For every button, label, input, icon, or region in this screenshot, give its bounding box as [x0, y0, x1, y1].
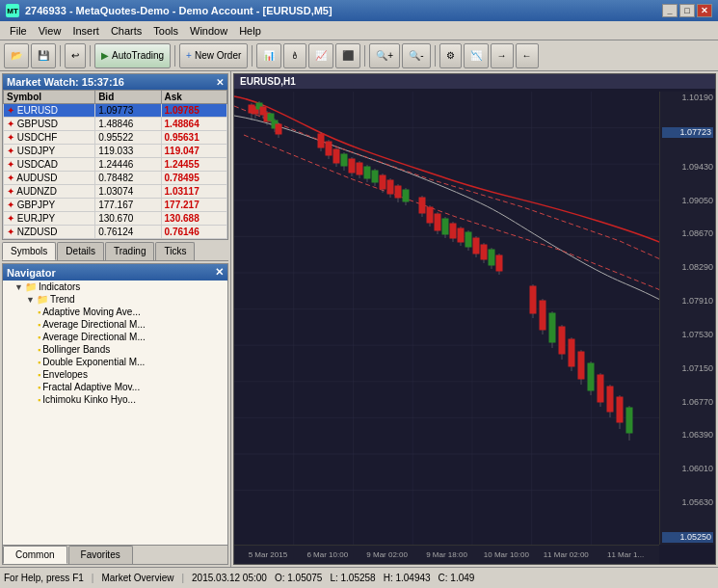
status-datetime: 2015.03.12 05:00	[192, 573, 267, 583]
nav-indicator-item[interactable]: ▪Bollinger Bands	[3, 343, 227, 356]
market-watch-row[interactable]: ✦ AUDNZD 1.03074 1.03117	[4, 185, 227, 199]
nav-indicator-item[interactable]: ▪Average Directional M...	[3, 318, 227, 331]
price-10: 1.06390	[662, 431, 713, 440]
properties-button[interactable]: ⚙	[439, 43, 462, 68]
scroll-right-button[interactable]: →	[491, 43, 514, 68]
menu-insert[interactable]: Insert	[66, 23, 105, 39]
chart-symbol: EURUSD,H1	[240, 76, 296, 87]
symbol-icon: ✦	[7, 119, 14, 129]
market-watch-row[interactable]: ✦ GBPUSD 1.48846 1.48864	[4, 118, 227, 131]
menu-charts[interactable]: Charts	[105, 23, 147, 39]
bid-cell: 0.95522	[95, 131, 161, 145]
toolbar: 📂 💾 ↩ ▶ AutoTrading + New Order 📊 🕯 📈 ⬛ …	[0, 40, 718, 71]
nav-indicator-item[interactable]: ▪Fractal Adaptive Mov...	[3, 381, 227, 393]
zoom-objects-button[interactable]: ⬛	[335, 43, 360, 68]
nav-indicator-item[interactable]: ▪Adaptive Moving Ave...	[3, 306, 227, 318]
ask-cell: 0.78495	[161, 172, 226, 185]
nav-indicators[interactable]: ▼ 📁 Indicators	[3, 281, 227, 293]
nav-tab-favorites[interactable]: Favorites	[68, 546, 133, 564]
price-12: 1.05630	[662, 498, 713, 507]
menu-tools[interactable]: Tools	[147, 23, 184, 39]
undo-button[interactable]: ↩	[65, 43, 86, 68]
menu-file[interactable]: File	[4, 23, 33, 39]
bid-cell: 0.76124	[95, 226, 161, 239]
indicator-label: Bollinger Bands	[42, 344, 110, 355]
toolbar-sep-6	[435, 45, 436, 67]
price-11: 1.06010	[662, 465, 713, 473]
navigator-tabs: Common Favorites	[3, 545, 227, 564]
chart-bar-button[interactable]: 📊	[256, 43, 281, 68]
main-layout: Market Watch: 15:37:16 ✕ Symbol Bid Ask …	[0, 71, 718, 567]
indicators-button[interactable]: 📉	[464, 43, 489, 68]
chart-candle-button[interactable]: 🕯	[283, 43, 306, 68]
zoom-out-button[interactable]: 🔍-	[402, 43, 430, 68]
minimize-button[interactable]: _	[662, 4, 678, 17]
nav-indicator-item[interactable]: ▪Ichimoku Kinko Hyo...	[3, 393, 227, 406]
market-watch-row[interactable]: ✦ NZDUSD 0.76124 0.76146	[4, 226, 227, 239]
close-button[interactable]: ✕	[697, 4, 712, 17]
menu-view[interactable]: View	[33, 23, 67, 39]
zoom-in-button[interactable]: 🔍+	[369, 43, 400, 68]
open-button[interactable]: 📂	[4, 43, 29, 68]
menu-help[interactable]: Help	[233, 23, 267, 39]
tab-details[interactable]: Details	[57, 242, 104, 260]
market-watch-row[interactable]: ✦ GBPJPY 177.167 177.217	[4, 199, 227, 212]
indicator-icon: ▪	[38, 358, 40, 367]
new-order-button[interactable]: + New Order	[179, 43, 248, 68]
svg-rect-65	[442, 219, 448, 234]
candle-icon: 🕯	[290, 50, 300, 61]
market-watch-row[interactable]: ✦ USDCHF 0.95522 0.95631	[4, 131, 227, 145]
undo-icon: ↩	[71, 50, 79, 61]
chart-line-button[interactable]: 📈	[308, 43, 333, 68]
bid-cell: 1.09773	[95, 104, 161, 118]
navigator-body[interactable]: ▼ 📁 Indicators ▼ 📁 Trend ▪Adaptive Movin…	[3, 281, 227, 545]
bar-chart-icon: 📊	[263, 50, 275, 61]
market-watch-row[interactable]: ✦ AUDUSD 0.78482 0.78495	[4, 172, 227, 185]
navigator-close[interactable]: ✕	[215, 266, 224, 279]
tab-symbols[interactable]: Symbols	[2, 242, 56, 260]
toolbar-sep-3	[174, 45, 175, 67]
market-watch-row[interactable]: ✦ EURJPY 130.670 130.688	[4, 212, 227, 226]
svg-rect-35	[318, 134, 324, 147]
window-controls: _ □ ✕	[662, 4, 712, 17]
nav-indicator-item[interactable]: ▪Average Directional M...	[3, 331, 227, 343]
maximize-button[interactable]: □	[679, 4, 695, 17]
toolbar-sep-1	[60, 45, 61, 67]
indicator-icon: ▪	[38, 320, 40, 330]
ask-cell: 119.047	[161, 145, 226, 158]
symbol-cell: ✦ AUDUSD	[4, 172, 95, 185]
save-button[interactable]: 💾	[31, 43, 56, 68]
properties-icon: ⚙	[446, 50, 455, 61]
autotrading-button[interactable]: ▶ AutoTrading	[94, 43, 171, 68]
menu-window[interactable]: Window	[184, 23, 233, 39]
symbol-icon: ✦	[7, 105, 14, 116]
nav-indicator-item[interactable]: ▪Double Exponential M...	[3, 356, 227, 368]
nav-trend[interactable]: ▼ 📁 Trend	[3, 293, 227, 306]
chart-svg: R6 (3546)	[234, 92, 659, 545]
nav-tab-common[interactable]: Common	[3, 546, 67, 564]
market-watch-row[interactable]: ✦ USDCAD 1.24446 1.24455	[4, 158, 227, 172]
scroll-left-button[interactable]: ←	[516, 43, 539, 68]
indicators-folder-icon: 📁	[25, 281, 37, 292]
svg-rect-67	[450, 224, 456, 238]
market-watch-close[interactable]: ✕	[216, 77, 224, 88]
symbol-cell: ✦ GBPUSD	[4, 118, 95, 131]
chart-area[interactable]: EURUSD,H1	[233, 73, 716, 565]
indicator-label: Double Exponential M...	[42, 357, 145, 367]
nav-indicator-item[interactable]: ▪Envelopes	[3, 368, 227, 381]
symbol-icon: ✦	[7, 186, 14, 197]
status-sep-1: |	[92, 573, 94, 583]
symbol-cell: ✦ GBPJPY	[4, 199, 95, 212]
indicator-label: Average Directional M...	[42, 332, 146, 342]
svg-rect-59	[419, 198, 425, 213]
market-watch-header: Market Watch: 15:37:16 ✕	[3, 74, 227, 90]
svg-rect-39	[333, 149, 339, 163]
tab-trading[interactable]: Trading	[105, 242, 155, 260]
svg-rect-89	[569, 339, 574, 366]
market-watch-row[interactable]: ✦ EURUSD 1.09773 1.09785	[4, 104, 227, 118]
market-watch-row[interactable]: ✦ USDJPY 119.033 119.047	[4, 145, 227, 158]
tab-ticks[interactable]: Ticks	[155, 242, 195, 260]
indicator-label: Average Directional M...	[42, 319, 146, 330]
indicator-label: Fractal Adaptive Mov...	[42, 382, 140, 392]
nav-trend-label: Trend	[50, 294, 75, 305]
